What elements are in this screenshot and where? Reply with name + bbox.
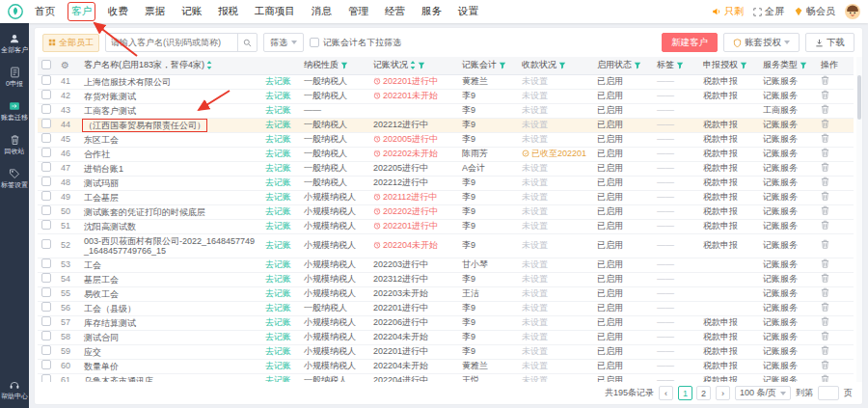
user-avatar[interactable] xyxy=(845,4,860,19)
filter-funnel-icon[interactable] xyxy=(634,61,641,70)
customer-name[interactable]: 合作社 xyxy=(84,150,110,159)
select-all-checkbox[interactable] xyxy=(41,60,51,69)
authorize-button[interactable]: 账套授权 xyxy=(723,33,800,52)
col-service-type[interactable]: 服务类型 xyxy=(763,59,798,71)
go-bookkeeping-link[interactable]: 去记账 xyxy=(265,76,291,86)
go-bookkeeping-link[interactable]: 去记账 xyxy=(265,375,291,382)
go-bookkeeping-link[interactable]: 去记账 xyxy=(265,288,291,298)
nav-item-8[interactable]: 消息 xyxy=(310,4,334,19)
delete-icon[interactable] xyxy=(821,91,829,100)
row-checkbox[interactable] xyxy=(41,90,51,99)
go-bookkeeping-link[interactable]: 去记账 xyxy=(265,303,291,313)
page-size-select[interactable]: 100 条/页 xyxy=(735,386,791,400)
filter-funnel-icon[interactable] xyxy=(740,61,747,70)
row-checkbox[interactable] xyxy=(41,119,51,128)
page-button-1[interactable]: 1 xyxy=(678,386,692,400)
customer-name[interactable]: 应交 xyxy=(84,347,101,357)
col-taxpayer-type[interactable]: 纳税性质 xyxy=(304,59,339,71)
delete-icon[interactable] xyxy=(821,361,829,370)
delete-icon[interactable] xyxy=(821,240,829,250)
go-bookkeeping-link[interactable]: 去记账 xyxy=(265,120,291,129)
sort-icon[interactable] xyxy=(206,61,212,70)
sidebar-item-customers[interactable]: 全部客户 xyxy=(1,33,28,54)
nav-item-7[interactable]: 工商项目 xyxy=(253,4,297,19)
go-bookkeeping-link[interactable]: 去记账 xyxy=(265,332,291,341)
scrollbar-thumb[interactable] xyxy=(857,75,861,120)
nav-item-6[interactable]: 报税 xyxy=(216,4,240,19)
filter-funnel-icon[interactable] xyxy=(340,61,348,70)
col-customer-name[interactable]: 客户名称(启用183家，暂停4家) xyxy=(84,59,204,71)
filter-dropdown[interactable]: 筛选 xyxy=(263,33,304,52)
customer-name[interactable]: 沈阳高测试数 xyxy=(84,222,136,231)
filter-funnel-icon[interactable] xyxy=(418,61,425,70)
go-bookkeeping-link[interactable]: 去记账 xyxy=(265,91,291,100)
customer-name[interactable]: 工会 xyxy=(84,260,101,270)
customer-name[interactable]: 东区工会 xyxy=(84,135,119,145)
filter-funnel-icon[interactable] xyxy=(676,61,684,70)
nav-item-1[interactable]: 首页 xyxy=(33,4,57,19)
filter-funnel-icon[interactable] xyxy=(558,61,566,70)
row-checkbox[interactable] xyxy=(41,239,51,249)
new-customer-button[interactable]: 新建客户 xyxy=(662,33,718,52)
staff-filter-tag[interactable]: 全部员工 xyxy=(42,34,99,52)
row-checkbox[interactable] xyxy=(41,191,51,201)
row-checkbox[interactable] xyxy=(41,220,51,230)
col-bookkeeping-status[interactable]: 记账状况 xyxy=(373,59,408,71)
row-checkbox[interactable] xyxy=(41,104,51,114)
column-settings-gear-icon[interactable]: ⚙ xyxy=(61,60,69,70)
go-bookkeeping-link[interactable]: 去记账 xyxy=(265,361,291,370)
customer-name[interactable]: 测试合同 xyxy=(84,333,119,342)
delete-icon[interactable] xyxy=(821,134,829,144)
go-bookkeeping-link[interactable]: 去记账 xyxy=(265,105,291,115)
delete-icon[interactable] xyxy=(821,274,829,284)
delete-icon[interactable] xyxy=(821,332,829,341)
customer-name[interactable]: 测试玛丽 xyxy=(84,178,119,188)
accountant-filter-checkbox[interactable] xyxy=(310,38,319,47)
delete-icon[interactable] xyxy=(821,105,829,115)
go-bookkeeping-link[interactable]: 去记账 xyxy=(265,346,291,356)
nav-item-5[interactable]: 记账 xyxy=(179,4,203,19)
delete-icon[interactable] xyxy=(821,177,829,187)
sidebar-item-recycle[interactable]: 回收站 xyxy=(1,134,28,155)
fullscreen-button[interactable]: 全屏 xyxy=(753,5,784,18)
nav-item-9[interactable]: 管理 xyxy=(346,4,370,19)
col-declare-auth[interactable]: 申报授权 xyxy=(703,59,738,71)
go-bookkeeping-link[interactable]: 去记账 xyxy=(265,206,291,216)
page-button-2[interactable]: 2 xyxy=(696,386,711,400)
customer-name[interactable]: 上海信服技术有限公司 xyxy=(84,77,171,87)
goto-page-input[interactable] xyxy=(818,386,839,400)
nav-item-12[interactable]: 设置 xyxy=(456,4,480,19)
row-checkbox[interactable] xyxy=(41,162,51,172)
customer-name[interactable]: 进销台账1 xyxy=(84,164,123,174)
col-payment-status[interactable]: 收款状况 xyxy=(522,59,556,71)
membership-button[interactable]: 畅会员 xyxy=(794,5,835,18)
row-checkbox[interactable] xyxy=(41,302,51,312)
go-bookkeeping-link[interactable]: 去记账 xyxy=(265,221,291,231)
col-accountant[interactable]: 记账会计 xyxy=(462,59,497,71)
delete-icon[interactable] xyxy=(821,303,829,313)
customer-name[interactable]: 基层工会 xyxy=(84,275,119,285)
go-bookkeeping-link[interactable]: 去记账 xyxy=(265,259,291,269)
row-checkbox[interactable] xyxy=(41,133,51,143)
delete-icon[interactable] xyxy=(821,346,829,356)
nav-item-2[interactable]: 客户 xyxy=(69,4,94,19)
prev-page-button[interactable]: ‹ xyxy=(659,386,673,400)
row-checkbox[interactable] xyxy=(41,287,51,297)
download-button[interactable]: 下载 xyxy=(805,33,854,52)
row-checkbox[interactable] xyxy=(41,331,51,340)
delete-icon[interactable] xyxy=(821,288,829,298)
customer-name[interactable]: （江西国泰贸易有限责任公司） xyxy=(84,121,205,130)
go-bookkeeping-link[interactable]: 去记账 xyxy=(265,274,291,284)
next-page-button[interactable]: › xyxy=(716,386,730,400)
announcement[interactable]: 只剩 xyxy=(712,5,744,18)
customer-name[interactable]: 存货对账测试 xyxy=(84,92,136,101)
go-bookkeeping-link[interactable]: 去记账 xyxy=(265,149,291,158)
delete-icon[interactable] xyxy=(821,149,829,158)
delete-icon[interactable] xyxy=(821,76,829,86)
delete-icon[interactable] xyxy=(821,317,829,327)
row-checkbox[interactable] xyxy=(41,360,51,369)
customer-name[interactable]: 测试账套的凭证打印的时候底层 xyxy=(84,207,205,217)
go-bookkeeping-link[interactable]: 去记账 xyxy=(265,192,291,202)
customer-name[interactable]: 工会（县级） xyxy=(84,304,136,313)
sidebar-item-migrate[interactable]: 账套迁移 xyxy=(1,100,28,122)
